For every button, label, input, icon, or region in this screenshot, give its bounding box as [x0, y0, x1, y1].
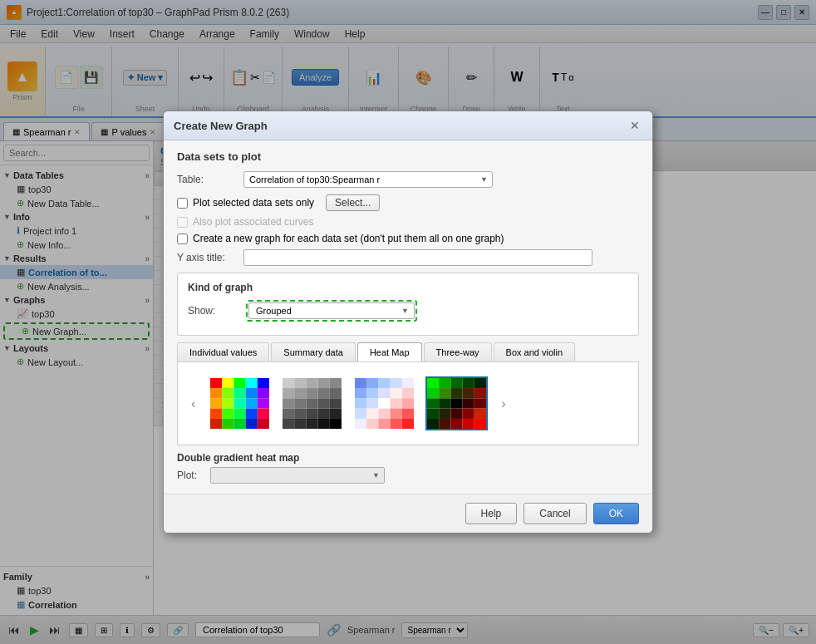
svg-rect-92	[451, 409, 463, 419]
svg-rect-79	[474, 378, 486, 388]
svg-rect-23	[246, 419, 258, 429]
svg-rect-25	[283, 378, 294, 388]
tab-three-way[interactable]: Three-way	[424, 342, 492, 361]
thumb-green-black-red-svg	[427, 376, 486, 430]
thumb-diverging-heatmap[interactable]	[353, 376, 415, 430]
svg-rect-69	[402, 409, 414, 419]
tab-heat-map[interactable]: Heat Map	[357, 342, 422, 361]
svg-rect-59	[402, 388, 414, 398]
svg-rect-57	[379, 388, 391, 398]
svg-rect-6	[223, 388, 234, 398]
svg-rect-28	[318, 378, 330, 388]
svg-rect-13	[246, 398, 258, 408]
svg-rect-16	[223, 409, 234, 419]
associated-curves-label: Also plot associated curves	[193, 216, 313, 228]
svg-rect-22	[234, 419, 246, 429]
create-graph-dialog: Create New Graph ✕ Data sets to plot Tab…	[163, 111, 653, 533]
plot-selected-row: Plot selected data sets only Select...	[177, 194, 639, 211]
tab-individual-values[interactable]: Individual values	[177, 342, 269, 361]
svg-rect-65	[355, 409, 366, 419]
modal-overlay: Create New Graph ✕ Data sets to plot Tab…	[0, 0, 816, 644]
show-row: Show: Grouped XY Column Parts of whole M…	[188, 300, 628, 322]
svg-rect-62	[379, 398, 391, 408]
modal-title-bar: Create New Graph ✕	[164, 111, 652, 140]
svg-rect-46	[295, 419, 307, 429]
svg-rect-66	[367, 409, 379, 419]
svg-rect-76	[440, 378, 451, 388]
svg-rect-51	[367, 378, 379, 388]
show-select[interactable]: Grouped XY Column Parts of whole Multipl…	[248, 302, 415, 319]
svg-rect-38	[318, 398, 330, 408]
plot-selected-checkbox[interactable]	[177, 198, 188, 209]
svg-rect-4	[258, 378, 269, 388]
svg-rect-63	[391, 398, 402, 408]
svg-rect-67	[379, 409, 391, 419]
svg-rect-58	[391, 388, 402, 398]
svg-rect-54	[402, 378, 414, 388]
svg-rect-89	[474, 398, 486, 408]
svg-rect-56	[367, 388, 379, 398]
y-axis-row: Y axis title:	[177, 249, 639, 266]
svg-rect-8	[246, 388, 258, 398]
svg-rect-45	[283, 419, 294, 429]
tab-summary-data[interactable]: Summary data	[271, 342, 356, 361]
plot-select[interactable]	[210, 467, 385, 484]
svg-rect-80	[427, 388, 439, 398]
y-axis-input[interactable]	[243, 249, 592, 266]
svg-rect-29	[330, 378, 342, 388]
svg-rect-5	[210, 388, 222, 398]
table-row-form: Table: Correlation of top30:Spearman r	[177, 171, 639, 188]
svg-rect-34	[330, 388, 342, 398]
svg-rect-37	[307, 398, 318, 408]
svg-rect-81	[440, 388, 451, 398]
svg-rect-31	[295, 388, 307, 398]
svg-rect-3	[246, 378, 258, 388]
select-button[interactable]: Select...	[326, 194, 380, 211]
cancel-button[interactable]: Cancel	[524, 503, 586, 524]
svg-rect-49	[330, 419, 342, 429]
svg-rect-53	[391, 378, 402, 388]
svg-rect-96	[440, 419, 451, 429]
svg-rect-70	[355, 419, 366, 429]
help-button[interactable]: Help	[465, 503, 518, 524]
thumb-green-black-red-heatmap[interactable]	[425, 376, 488, 430]
thumb-scroll-left[interactable]: ‹	[188, 393, 199, 415]
thumb-grayscale-heatmap[interactable]	[281, 376, 343, 430]
new-graph-each-checkbox[interactable]	[177, 234, 188, 244]
plot-label: Plot:	[177, 469, 210, 481]
svg-rect-71	[367, 419, 379, 429]
svg-rect-88	[463, 398, 474, 408]
svg-rect-17	[234, 409, 246, 419]
svg-rect-82	[451, 388, 463, 398]
ok-button[interactable]: OK	[593, 503, 639, 524]
modal-body: Data sets to plot Table: Correlation of …	[164, 140, 652, 494]
svg-rect-11	[223, 398, 234, 408]
svg-rect-40	[283, 409, 294, 419]
thumb-grayscale-svg	[283, 376, 342, 430]
svg-rect-75	[427, 378, 439, 388]
svg-rect-20	[210, 419, 222, 429]
thumb-colorful-heatmap[interactable]	[209, 376, 271, 430]
associated-curves-checkbox[interactable]	[177, 217, 188, 228]
thumb-colorful-svg	[210, 376, 269, 430]
svg-rect-83	[463, 388, 474, 398]
svg-rect-74	[402, 419, 414, 429]
svg-rect-26	[295, 378, 307, 388]
svg-rect-1	[223, 378, 234, 388]
modal-title: Create New Graph	[174, 120, 268, 132]
svg-rect-36	[295, 398, 307, 408]
svg-rect-84	[474, 388, 486, 398]
thumb-scroll-right[interactable]: ›	[498, 393, 509, 415]
table-select[interactable]: Correlation of top30:Spearman r	[243, 171, 493, 188]
modal-close-button[interactable]: ✕	[627, 118, 642, 133]
thumb-diverging-svg	[355, 376, 414, 430]
tab-box-violin[interactable]: Box and violin	[494, 342, 576, 361]
svg-rect-86	[440, 398, 451, 408]
modal-footer: Help Cancel OK	[164, 494, 652, 533]
svg-rect-42	[307, 409, 318, 419]
svg-rect-43	[318, 409, 330, 419]
new-graph-each-row: Create a new graph for each data set (do…	[177, 233, 639, 244]
svg-rect-64	[402, 398, 414, 408]
plot-selected-label: Plot selected data sets only	[193, 197, 314, 209]
svg-rect-44	[330, 409, 342, 419]
